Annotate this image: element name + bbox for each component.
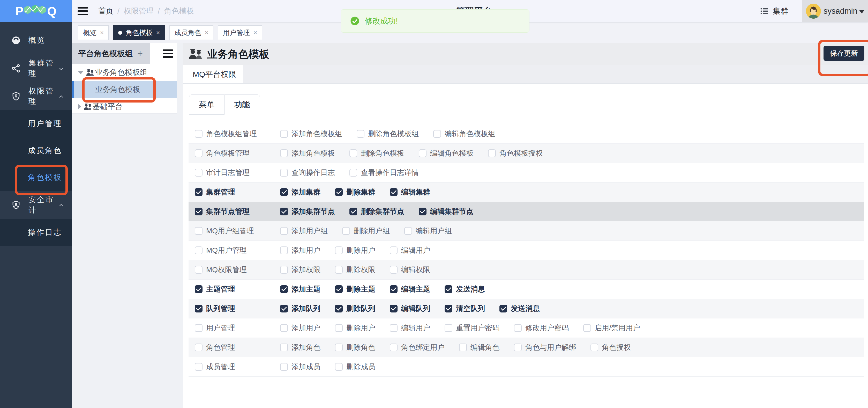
checkbox-checked-icon[interactable] bbox=[390, 188, 398, 196]
perm-action-item[interactable]: 添加成员 bbox=[280, 362, 320, 372]
checkbox-unchecked-icon[interactable] bbox=[335, 324, 343, 332]
checkbox-unchecked-icon[interactable] bbox=[342, 227, 350, 235]
checkbox-checked-icon[interactable] bbox=[335, 285, 343, 293]
perm-action-item[interactable]: 添加集群 bbox=[280, 187, 320, 197]
checkbox-unchecked-icon[interactable] bbox=[335, 344, 343, 351]
sidebar-item-operation-log[interactable]: 操作日志 bbox=[0, 219, 72, 246]
perm-action-item[interactable]: 编辑主题 bbox=[390, 284, 430, 294]
perm-action-item[interactable]: 删除用户 bbox=[335, 245, 375, 255]
perm-group-item[interactable]: MQ权限管理 bbox=[195, 265, 280, 275]
perm-action-item[interactable]: 删除主题 bbox=[335, 284, 375, 294]
caret-collapsed-icon[interactable] bbox=[78, 104, 81, 110]
perm-action-item[interactable]: 编辑集群节点 bbox=[419, 207, 473, 216]
tree-node-base-platform[interactable]: 基础平台 bbox=[72, 98, 177, 115]
checkbox-checked-icon[interactable] bbox=[335, 188, 343, 196]
checkbox-unchecked-icon[interactable] bbox=[280, 149, 288, 157]
checkbox-checked-icon[interactable] bbox=[280, 285, 288, 293]
checkbox-unchecked-icon[interactable] bbox=[390, 324, 398, 332]
perm-action-item[interactable]: 添加权限 bbox=[280, 265, 320, 275]
perm-action-item[interactable]: 添加用户 bbox=[280, 245, 320, 255]
tag-tab-role-template[interactable]: 角色模板× bbox=[113, 25, 165, 40]
checkbox-unchecked-icon[interactable] bbox=[335, 246, 343, 254]
perm-action-item[interactable]: 角色模板授权 bbox=[488, 148, 543, 158]
checkbox-checked-icon[interactable] bbox=[195, 188, 203, 196]
checkbox-unchecked-icon[interactable] bbox=[280, 266, 288, 274]
perm-action-item[interactable]: 删除角色模板组 bbox=[356, 129, 419, 139]
checkbox-unchecked-icon[interactable] bbox=[390, 344, 398, 351]
sidebar-item-cluster-management[interactable]: 集群管理 bbox=[0, 54, 72, 82]
perm-action-item[interactable]: 添加角色模板组 bbox=[280, 129, 342, 139]
sidebar-item-user-management[interactable]: 用户管理 bbox=[0, 110, 72, 137]
checkbox-checked-icon[interactable] bbox=[419, 208, 427, 215]
checkbox-unchecked-icon[interactable] bbox=[195, 130, 203, 138]
perm-action-item[interactable]: 删除用户组 bbox=[342, 226, 390, 236]
close-icon[interactable]: × bbox=[205, 29, 209, 36]
close-icon[interactable]: × bbox=[100, 29, 104, 36]
perm-action-item[interactable]: 编辑队列 bbox=[390, 304, 430, 314]
perm-group-item[interactable]: MQ用户管理 bbox=[195, 245, 280, 255]
perm-action-item[interactable]: 发送消息 bbox=[499, 304, 540, 314]
perm-action-item[interactable]: 清空队列 bbox=[444, 304, 485, 314]
checkbox-checked-icon[interactable] bbox=[349, 208, 357, 215]
perm-group-item[interactable]: 审计日志管理 bbox=[195, 168, 280, 178]
checkbox-checked-icon[interactable] bbox=[195, 305, 203, 313]
perm-action-item[interactable]: 编辑角色 bbox=[459, 343, 499, 352]
perm-action-item[interactable]: 编辑用户 bbox=[390, 245, 430, 255]
save-update-button[interactable]: 保存更新 bbox=[824, 46, 864, 61]
checkbox-checked-icon[interactable] bbox=[280, 305, 288, 313]
checkbox-unchecked-icon[interactable] bbox=[404, 227, 412, 235]
perm-action-item[interactable]: 编辑用户组 bbox=[404, 226, 452, 236]
perm-group-item[interactable]: 集群管理 bbox=[195, 187, 280, 197]
checkbox-unchecked-icon[interactable] bbox=[280, 363, 288, 371]
checkbox-checked-icon[interactable] bbox=[444, 285, 452, 293]
checkbox-unchecked-icon[interactable] bbox=[280, 246, 288, 254]
checkbox-checked-icon[interactable] bbox=[390, 285, 398, 293]
checkbox-checked-icon[interactable] bbox=[390, 305, 398, 313]
perm-action-item[interactable]: 添加用户组 bbox=[280, 226, 328, 236]
breadcrumb-item[interactable]: 首页 bbox=[98, 6, 113, 16]
panel-toggle-icon[interactable] bbox=[163, 50, 173, 58]
checkbox-unchecked-icon[interactable] bbox=[356, 130, 365, 138]
checkbox-unchecked-icon[interactable] bbox=[444, 324, 452, 332]
add-template-group-button[interactable]: + bbox=[137, 48, 143, 59]
perm-action-item[interactable]: 查看操作日志详情 bbox=[349, 168, 419, 178]
perm-action-item[interactable]: 查询操作日志 bbox=[280, 168, 335, 178]
checkbox-unchecked-icon[interactable] bbox=[195, 363, 203, 371]
perm-action-item[interactable]: 添加队列 bbox=[280, 304, 320, 314]
perm-action-item[interactable]: 添加用户 bbox=[280, 323, 320, 333]
checkbox-unchecked-icon[interactable] bbox=[514, 344, 522, 351]
sidebar-item-member-role[interactable]: 成员角色 bbox=[0, 137, 72, 164]
checkbox-unchecked-icon[interactable] bbox=[433, 130, 441, 138]
perm-action-item[interactable]: 启用/禁用用户 bbox=[583, 323, 640, 333]
checkbox-unchecked-icon[interactable] bbox=[195, 266, 203, 274]
perm-action-item[interactable]: 编辑用户 bbox=[390, 323, 430, 333]
subtab-menu[interactable]: 菜单 bbox=[189, 94, 224, 115]
perm-action-item[interactable]: 编辑权限 bbox=[390, 265, 430, 275]
tag-tab-user-management[interactable]: 用户管理× bbox=[218, 25, 262, 40]
checkbox-unchecked-icon[interactable] bbox=[459, 344, 467, 351]
perm-group-item[interactable]: MQ用户组管理 bbox=[195, 226, 280, 236]
perm-action-item[interactable]: 删除用户 bbox=[335, 323, 375, 333]
perm-action-item[interactable]: 删除集群节点 bbox=[349, 207, 404, 216]
perm-action-item[interactable]: 编辑角色模板 bbox=[419, 148, 473, 158]
checkbox-unchecked-icon[interactable] bbox=[419, 149, 427, 157]
checkbox-unchecked-icon[interactable] bbox=[195, 344, 203, 351]
subtab-function[interactable]: 功能 bbox=[224, 94, 260, 115]
perm-action-item[interactable]: 添加角色 bbox=[280, 343, 320, 352]
user-menu[interactable]: sysadmin bbox=[802, 0, 868, 22]
tree-node-business-role-template[interactable]: 业务角色模板 bbox=[72, 81, 177, 98]
perm-action-item[interactable]: 角色授权 bbox=[590, 343, 631, 352]
checkbox-unchecked-icon[interactable] bbox=[195, 324, 203, 332]
perm-group-item[interactable]: 队列管理 bbox=[195, 304, 280, 314]
perm-action-item[interactable]: 添加主题 bbox=[280, 284, 320, 294]
perm-action-item[interactable]: 发送消息 bbox=[444, 284, 485, 294]
caret-expanded-icon[interactable] bbox=[78, 71, 84, 74]
perm-group-item[interactable]: 角色模板管理 bbox=[195, 148, 280, 158]
sidebar-item-permission-management[interactable]: 权限管理 bbox=[0, 82, 72, 110]
checkbox-unchecked-icon[interactable] bbox=[280, 130, 288, 138]
checkbox-checked-icon[interactable] bbox=[335, 305, 343, 313]
cluster-switch-button[interactable]: 集群 bbox=[760, 6, 788, 17]
checkbox-unchecked-icon[interactable] bbox=[280, 169, 288, 177]
perm-action-item[interactable]: 删除队列 bbox=[335, 304, 375, 314]
checkbox-unchecked-icon[interactable] bbox=[488, 149, 496, 157]
